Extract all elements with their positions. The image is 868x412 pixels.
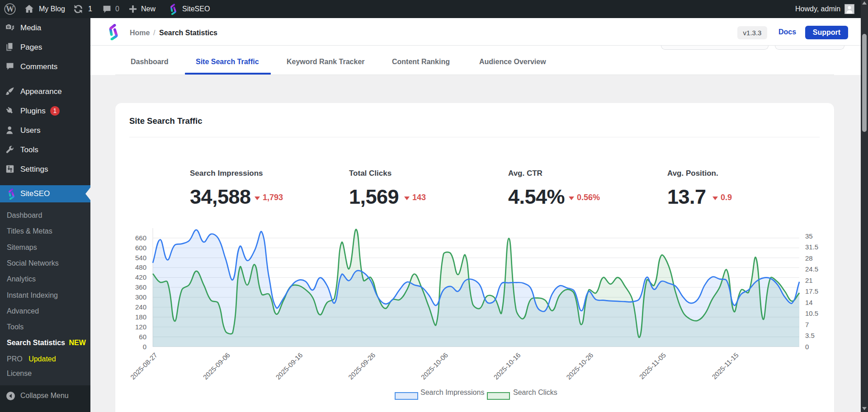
svg-text:2025-08-27: 2025-08-27 xyxy=(129,351,159,381)
svg-text:2025-09-16: 2025-09-16 xyxy=(274,351,304,381)
svg-text:31.5: 31.5 xyxy=(805,243,818,251)
svg-text:420: 420 xyxy=(135,273,146,281)
svg-text:21: 21 xyxy=(805,276,813,284)
svg-text:28: 28 xyxy=(805,254,813,262)
svg-text:2025-11-05: 2025-11-05 xyxy=(638,351,667,380)
svg-text:35: 35 xyxy=(805,232,813,240)
svg-text:2025-11-15: 2025-11-15 xyxy=(710,351,740,380)
svg-text:2025-09-06: 2025-09-06 xyxy=(202,351,231,381)
svg-text:W: W xyxy=(6,5,14,14)
svg-text:2025-10-06: 2025-10-06 xyxy=(420,351,449,381)
svg-text:3.5: 3.5 xyxy=(805,332,815,339)
svg-text:180: 180 xyxy=(135,313,146,321)
svg-text:300: 300 xyxy=(135,293,146,301)
svg-text:14: 14 xyxy=(805,299,813,306)
svg-text:17.5: 17.5 xyxy=(805,287,818,295)
svg-text:0: 0 xyxy=(805,343,809,351)
svg-text:2025-10-16: 2025-10-16 xyxy=(492,351,522,381)
svg-text:2025-09-26: 2025-09-26 xyxy=(347,351,377,381)
svg-text:540: 540 xyxy=(135,254,146,262)
svg-text:360: 360 xyxy=(135,283,146,291)
svg-text:240: 240 xyxy=(135,303,146,311)
svg-text:600: 600 xyxy=(135,244,146,252)
svg-text:480: 480 xyxy=(135,263,146,271)
svg-text:10.5: 10.5 xyxy=(805,309,818,317)
svg-text:60: 60 xyxy=(139,333,146,341)
svg-text:0: 0 xyxy=(143,343,146,351)
svg-text:7: 7 xyxy=(805,321,809,328)
svg-text:24.5: 24.5 xyxy=(805,265,818,273)
svg-text:2025-10-26: 2025-10-26 xyxy=(565,351,594,381)
svg-text:120: 120 xyxy=(135,323,146,331)
svg-text:660: 660 xyxy=(135,234,146,242)
